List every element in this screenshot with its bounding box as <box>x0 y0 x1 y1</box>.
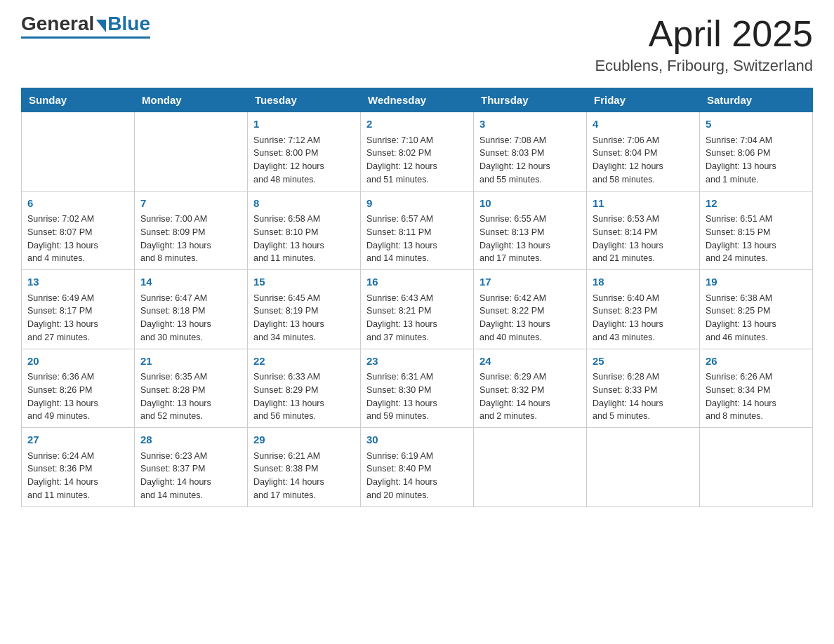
day-info: Sunset: 8:28 PM <box>140 384 241 397</box>
day-info: Sunrise: 7:02 AM <box>27 213 128 226</box>
calendar-cell: 10Sunrise: 6:55 AMSunset: 8:13 PMDayligh… <box>474 191 587 270</box>
calendar-cell: 2Sunrise: 7:10 AMSunset: 8:02 PMDaylight… <box>361 112 474 192</box>
day-info: Sunset: 8:21 PM <box>366 304 468 318</box>
calendar-cell: 17Sunrise: 6:42 AMSunset: 8:22 PMDayligh… <box>474 270 587 349</box>
cell-content: 29Sunrise: 6:21 AMSunset: 8:38 PMDayligh… <box>253 432 355 502</box>
day-number: 19 <box>706 274 807 290</box>
day-info: and 52 minutes. <box>140 410 241 423</box>
day-number: 2 <box>366 116 468 133</box>
day-info: Sunset: 8:06 PM <box>706 147 807 160</box>
day-info: Sunset: 8:17 PM <box>27 304 128 318</box>
day-info: Daylight: 12 hours <box>253 160 355 173</box>
day-number: 26 <box>706 354 807 370</box>
location-title: Ecublens, Fribourg, Switzerland <box>595 57 813 75</box>
day-info: and 17 minutes. <box>479 252 581 265</box>
day-info: Daylight: 14 hours <box>27 476 128 489</box>
day-info: Daylight: 13 hours <box>27 239 128 253</box>
cell-content: 23Sunrise: 6:31 AMSunset: 8:30 PMDayligh… <box>366 354 468 424</box>
calendar-table: SundayMondayTuesdayWednesdayThursdayFrid… <box>21 88 813 507</box>
day-info: Sunset: 8:23 PM <box>593 304 694 318</box>
day-number: 23 <box>366 354 468 370</box>
day-number: 3 <box>479 116 581 133</box>
day-info: Sunset: 8:36 PM <box>27 462 128 476</box>
day-info: and 11 minutes. <box>253 252 355 265</box>
day-info: Sunset: 8:11 PM <box>366 226 468 239</box>
cell-content: 7Sunrise: 7:00 AMSunset: 8:09 PMDaylight… <box>140 196 241 266</box>
day-info: Sunrise: 6:29 AM <box>479 370 581 384</box>
calendar-cell <box>700 428 813 507</box>
day-info: Daylight: 13 hours <box>253 318 355 331</box>
cell-content: 3Sunrise: 7:08 AMSunset: 8:03 PMDaylight… <box>479 116 581 187</box>
calendar-cell: 21Sunrise: 6:35 AMSunset: 8:28 PMDayligh… <box>135 349 248 428</box>
cell-content: 15Sunrise: 6:45 AMSunset: 8:19 PMDayligh… <box>253 274 355 344</box>
day-info: and 46 minutes. <box>706 331 807 344</box>
day-number: 25 <box>593 354 694 370</box>
day-info: Daylight: 13 hours <box>366 239 468 253</box>
weekday-header-monday: Monday <box>135 88 248 112</box>
day-info: Sunset: 8:22 PM <box>479 304 581 318</box>
calendar-cell: 23Sunrise: 6:31 AMSunset: 8:30 PMDayligh… <box>361 349 474 428</box>
cell-content: 10Sunrise: 6:55 AMSunset: 8:13 PMDayligh… <box>479 196 581 266</box>
day-info: Sunrise: 7:04 AM <box>706 134 807 147</box>
day-info: and 48 minutes. <box>253 173 355 187</box>
calendar-cell: 11Sunrise: 6:53 AMSunset: 8:14 PMDayligh… <box>587 191 700 270</box>
calendar-cell: 25Sunrise: 6:28 AMSunset: 8:33 PMDayligh… <box>587 349 700 428</box>
calendar-cell: 22Sunrise: 6:33 AMSunset: 8:29 PMDayligh… <box>248 349 361 428</box>
day-info: and 8 minutes. <box>706 410 807 423</box>
day-info: Sunrise: 6:40 AM <box>593 292 694 305</box>
day-info: Sunrise: 7:00 AM <box>140 213 241 226</box>
day-info: Sunset: 8:33 PM <box>593 384 694 397</box>
day-number: 7 <box>140 196 241 212</box>
day-number: 14 <box>140 274 241 290</box>
cell-content: 11Sunrise: 6:53 AMSunset: 8:14 PMDayligh… <box>593 196 694 266</box>
calendar-cell <box>474 428 587 507</box>
weekday-header-tuesday: Tuesday <box>248 88 361 112</box>
calendar-cell: 8Sunrise: 6:58 AMSunset: 8:10 PMDaylight… <box>248 191 361 270</box>
cell-content: 1Sunrise: 7:12 AMSunset: 8:00 PMDaylight… <box>253 116 355 187</box>
day-info: and 24 minutes. <box>706 252 807 265</box>
calendar-cell: 29Sunrise: 6:21 AMSunset: 8:38 PMDayligh… <box>248 428 361 507</box>
day-info: and 30 minutes. <box>140 331 241 344</box>
cell-content: 4Sunrise: 7:06 AMSunset: 8:04 PMDaylight… <box>593 116 694 187</box>
title-section: April 2025 Ecublens, Fribourg, Switzerla… <box>595 14 813 75</box>
day-number: 8 <box>253 196 355 212</box>
day-info: Sunrise: 6:26 AM <box>706 370 807 384</box>
calendar-cell: 27Sunrise: 6:24 AMSunset: 8:36 PMDayligh… <box>22 428 135 507</box>
cell-content: 14Sunrise: 6:47 AMSunset: 8:18 PMDayligh… <box>140 274 241 344</box>
day-info: Daylight: 14 hours <box>140 476 241 489</box>
logo: General Blue <box>21 14 150 39</box>
calendar-cell: 28Sunrise: 6:23 AMSunset: 8:37 PMDayligh… <box>135 428 248 507</box>
day-number: 22 <box>253 354 355 370</box>
day-info: Sunset: 8:29 PM <box>253 384 355 397</box>
cell-content: 16Sunrise: 6:43 AMSunset: 8:21 PMDayligh… <box>366 274 468 344</box>
calendar-cell: 30Sunrise: 6:19 AMSunset: 8:40 PMDayligh… <box>361 428 474 507</box>
cell-content: 24Sunrise: 6:29 AMSunset: 8:32 PMDayligh… <box>479 354 581 424</box>
calendar-cell: 26Sunrise: 6:26 AMSunset: 8:34 PMDayligh… <box>700 349 813 428</box>
logo-triangle-icon <box>96 20 106 32</box>
day-info: Sunset: 8:30 PM <box>366 384 468 397</box>
weekday-header-friday: Friday <box>587 88 700 112</box>
calendar-cell: 14Sunrise: 6:47 AMSunset: 8:18 PMDayligh… <box>135 270 248 349</box>
day-info: and 49 minutes. <box>27 410 128 423</box>
calendar-week-row: 13Sunrise: 6:49 AMSunset: 8:17 PMDayligh… <box>22 270 813 349</box>
day-info: Sunset: 8:00 PM <box>253 147 355 160</box>
day-info: Sunset: 8:25 PM <box>706 304 807 318</box>
day-info: and 5 minutes. <box>593 410 694 423</box>
day-number: 12 <box>706 196 807 212</box>
calendar-cell: 19Sunrise: 6:38 AMSunset: 8:25 PMDayligh… <box>700 270 813 349</box>
day-info: Sunset: 8:02 PM <box>366 147 468 160</box>
day-info: and 55 minutes. <box>479 173 581 187</box>
calendar-cell: 24Sunrise: 6:29 AMSunset: 8:32 PMDayligh… <box>474 349 587 428</box>
cell-content: 12Sunrise: 6:51 AMSunset: 8:15 PMDayligh… <box>706 196 807 266</box>
day-info: Sunset: 8:38 PM <box>253 462 355 476</box>
calendar-cell: 16Sunrise: 6:43 AMSunset: 8:21 PMDayligh… <box>361 270 474 349</box>
day-info: and 8 minutes. <box>140 252 241 265</box>
day-info: Sunrise: 6:42 AM <box>479 292 581 305</box>
day-number: 10 <box>479 196 581 212</box>
day-info: and 56 minutes. <box>253 410 355 423</box>
weekday-header-thursday: Thursday <box>474 88 587 112</box>
day-info: Sunrise: 6:43 AM <box>366 292 468 305</box>
day-info: Daylight: 13 hours <box>140 318 241 331</box>
calendar-week-row: 1Sunrise: 7:12 AMSunset: 8:00 PMDaylight… <box>22 112 813 192</box>
calendar-cell: 20Sunrise: 6:36 AMSunset: 8:26 PMDayligh… <box>22 349 135 428</box>
